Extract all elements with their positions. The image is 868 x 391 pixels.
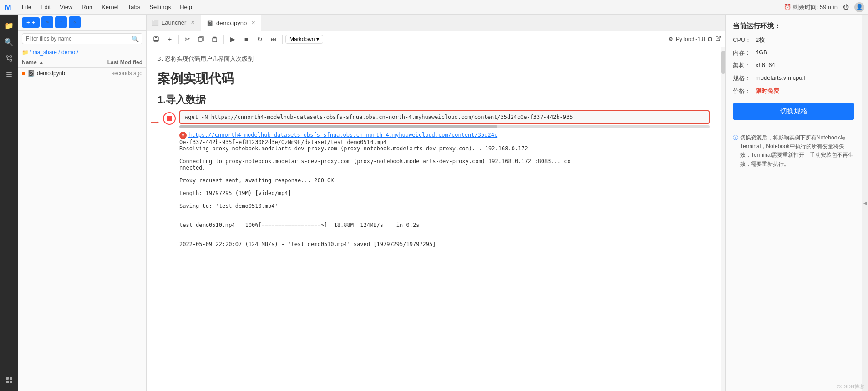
notebook-header2: 1.导入数据 <box>157 93 710 107</box>
launcher-tab-close[interactable]: ✕ <box>191 20 195 26</box>
menu-file[interactable]: File <box>18 3 35 11</box>
svg-rect-10 <box>6 377 9 380</box>
file-status-dot <box>22 72 25 75</box>
note-text: 切换资源后，将影响实例下所有Notebook与Terminal，Notebook… <box>740 134 854 169</box>
price-value: 限时免费 <box>756 87 779 95</box>
run-button[interactable]: ▶ <box>227 33 239 45</box>
launcher-tab-icon: ⬜ <box>152 20 159 26</box>
price-label: 价格： <box>733 87 756 95</box>
cell-1: 点击运行 → wget -N https://cnnorth4-modelhub… <box>157 110 710 249</box>
right-edge-handle[interactable]: ◀ <box>862 15 868 391</box>
share-icon[interactable] <box>715 35 721 43</box>
activity-extensions[interactable] <box>2 373 16 387</box>
prev-output-line: 3.忍将实现代码用户几界面入次级别 <box>157 55 710 63</box>
kernel-name-text: PyTorch-1.8 <box>676 36 705 42</box>
svg-point-1 <box>6 56 8 57</box>
activity-git[interactable] <box>2 51 16 66</box>
toolbar-separator-3 <box>282 35 283 44</box>
col-modified-header[interactable]: Last Modified <box>92 59 142 66</box>
menu-tabs[interactable]: Tabs <box>124 3 144 11</box>
svg-rect-11 <box>10 377 12 380</box>
cell-type-select[interactable]: Markdown ▾ <box>285 35 323 44</box>
svg-rect-13 <box>10 381 12 383</box>
menu-help[interactable]: Help <box>176 3 196 11</box>
center-area: ⬜ Launcher ✕ 📓 demo.ipynb ✕ + ✂ <box>147 15 725 391</box>
col-name-header[interactable]: Name ▲ <box>22 59 92 66</box>
menu-run[interactable]: Run <box>78 3 96 11</box>
notebook-tab-label: demo.ipynb <box>216 20 247 26</box>
timer-text: 剩余时间: 59 min <box>793 3 838 11</box>
file-search-input[interactable] <box>22 33 142 44</box>
menu-edit[interactable]: Edit <box>37 3 54 11</box>
cell-1-code: wget -N https://cnnorth4-modelhub-datase… <box>185 114 573 120</box>
file-modified-text: seconds ago <box>92 70 142 77</box>
svg-rect-21 <box>213 37 216 38</box>
file-search-container: 🔍 <box>18 31 146 47</box>
notebook-header1: 案例实现代码 <box>157 70 710 87</box>
switch-spec-button[interactable]: 切换规格 <box>733 103 854 120</box>
kernel-info: ⚙ PyTorch-1.8 <box>668 35 721 43</box>
chevron-down-icon: ▾ <box>316 36 319 42</box>
copy-button[interactable] <box>195 33 207 45</box>
activity-bottom <box>2 373 16 387</box>
paste-button[interactable] <box>209 33 221 45</box>
cell-1-progress-bar <box>179 125 710 128</box>
annotation-arrow: → <box>148 115 161 129</box>
notebook-content: 3.忍将实现代码用户几界面入次级别 案例实现代码 1.导入数据 点击运行 → <box>147 47 721 391</box>
new-folder-button[interactable] <box>41 16 53 28</box>
activity-search[interactable]: 🔍 <box>2 35 16 49</box>
svg-rect-9 <box>6 76 12 77</box>
file-list: 📓 demo.ipynb seconds ago <box>18 68 146 391</box>
right-panel-divider <box>733 128 854 128</box>
cell-1-input: wget -N https://cnnorth4-modelhub-datase… <box>179 110 710 124</box>
svg-rect-18 <box>154 40 158 41</box>
tab-launcher[interactable]: ⬜ Launcher ✕ <box>147 15 201 31</box>
upload-button[interactable] <box>55 16 67 28</box>
activity-list[interactable] <box>2 67 16 82</box>
watermark: ©CSDN博客 <box>837 383 864 390</box>
menu-settings[interactable]: Settings <box>146 3 174 11</box>
power-button[interactable]: ⏻ <box>843 4 849 10</box>
stop-button[interactable]: ■ <box>240 33 252 45</box>
add-cell-button[interactable]: + <box>164 33 176 45</box>
launcher-tab-label: Launcher <box>162 19 186 26</box>
tab-notebook[interactable]: 📓 demo.ipynb ✕ <box>201 15 261 31</box>
info-price: 价格： 限时免费 <box>733 87 854 95</box>
cut-button[interactable]: ✂ <box>182 33 193 45</box>
cpu-value: 2核 <box>756 36 765 44</box>
user-avatar[interactable]: 👤 <box>854 2 864 12</box>
right-panel: 当前运行环境： CPU： 2核 内存： 4GB 架构： x86_64 规格： m… <box>725 15 862 391</box>
scrollbar-thumb[interactable] <box>721 51 725 74</box>
plus-icon: + <box>26 19 30 26</box>
info-cpu: CPU： 2核 <box>733 36 854 44</box>
notebook-scrollbar[interactable] <box>721 47 725 391</box>
info-spec: 规格： modelarts.vm.cpu.f <box>733 74 854 82</box>
collapse-icon: ◀ <box>863 201 867 206</box>
toolbar-separator-1 <box>178 35 179 44</box>
breadcrumb-path[interactable]: / ma_share / demo / <box>30 49 78 56</box>
right-panel-title: 当前运行环境： <box>733 22 854 31</box>
right-panel-note: ⓘ 切换资源后，将影响实例下所有Notebook与Terminal，Notebo… <box>733 134 854 169</box>
output-error-icon-line: ✕ https://cnnorth4-modelhub-datasets-obs… <box>179 132 710 139</box>
activity-files[interactable]: 📁 <box>2 18 16 33</box>
menu-kernel[interactable]: Kernel <box>98 3 122 11</box>
output-url-1[interactable]: https://cnnorth4-modelhub-datasets-obsfs… <box>188 132 497 138</box>
menu-view[interactable]: View <box>56 3 76 11</box>
timer-display: ⏰ 剩余时间: 59 min <box>784 3 838 11</box>
file-item-demo[interactable]: 📓 demo.ipynb seconds ago <box>18 68 146 79</box>
cpu-label: CPU： <box>733 36 756 44</box>
refresh-button[interactable] <box>69 16 81 28</box>
notebook-tab-close[interactable]: ✕ <box>251 20 255 26</box>
restart-run-button[interactable]: ⏭ <box>268 33 279 45</box>
menubar: M File Edit View Run Kernel Tabs Setting… <box>0 0 868 15</box>
kernel-settings-icon[interactable]: ⚙ <box>668 36 673 42</box>
search-icon: 🔍 <box>132 36 139 42</box>
restart-button[interactable]: ↻ <box>254 33 266 45</box>
save-button[interactable] <box>150 33 162 45</box>
svg-point-2 <box>10 59 12 61</box>
new-button[interactable]: + + <box>22 17 40 28</box>
spec-value: modelarts.vm.cpu.f <box>756 74 806 81</box>
cell-1-run-button[interactable] <box>163 112 176 125</box>
svg-line-5 <box>7 59 10 60</box>
folder-breadcrumb-icon: 📁 <box>22 49 29 56</box>
